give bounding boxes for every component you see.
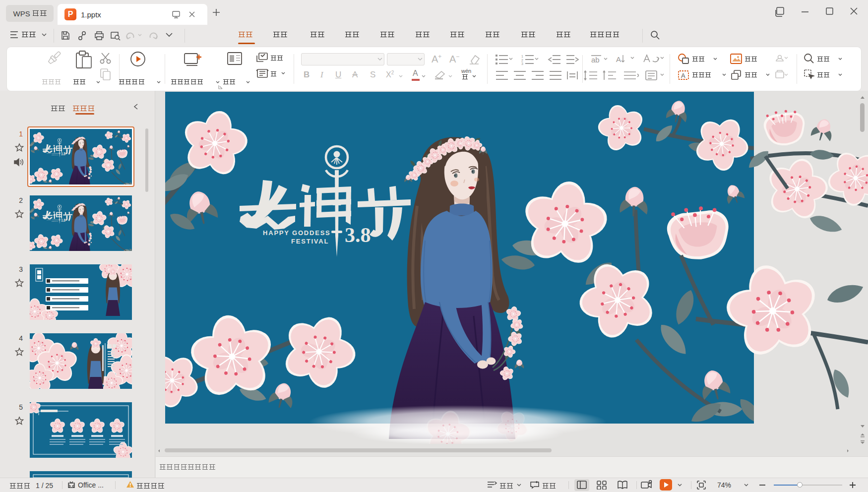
svg-text:1: 1: [521, 55, 523, 58]
svg-text:2: 2: [521, 59, 523, 62]
svg-text:3: 3: [521, 62, 523, 65]
svg-text:ab: ab: [591, 56, 600, 64]
svg-text:A: A: [681, 72, 685, 79]
svg-text:A: A: [616, 55, 621, 63]
